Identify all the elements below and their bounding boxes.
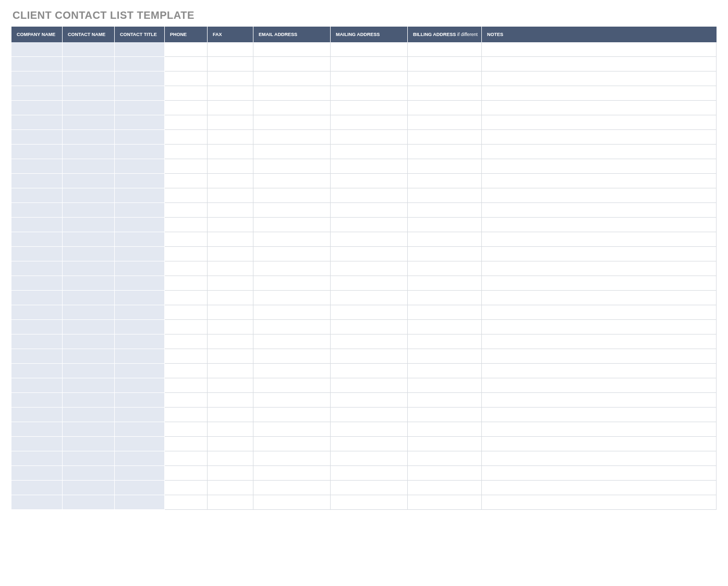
cell-mailing[interactable] <box>331 408 408 422</box>
cell-phone[interactable] <box>165 42 208 57</box>
cell-company[interactable] <box>11 86 63 101</box>
cell-ctitle[interactable] <box>115 364 165 378</box>
cell-mailing[interactable] <box>331 115 408 130</box>
cell-mailing[interactable] <box>331 42 408 57</box>
cell-ctitle[interactable] <box>115 115 165 130</box>
cell-email[interactable] <box>253 115 331 130</box>
cell-email[interactable] <box>253 334 331 349</box>
cell-email[interactable] <box>253 291 331 305</box>
cell-ctitle[interactable] <box>115 145 165 159</box>
cell-phone[interactable] <box>165 334 208 349</box>
cell-email[interactable] <box>253 378 331 393</box>
cell-ctitle[interactable] <box>115 305 165 320</box>
cell-email[interactable] <box>253 101 331 115</box>
cell-fax[interactable] <box>208 393 253 408</box>
cell-mailing[interactable] <box>331 159 408 174</box>
cell-phone[interactable] <box>165 393 208 408</box>
cell-fax[interactable] <box>208 57 253 71</box>
cell-company[interactable] <box>11 276 63 291</box>
cell-contact[interactable] <box>63 349 115 364</box>
cell-ctitle[interactable] <box>115 247 165 261</box>
cell-billing[interactable] <box>408 86 482 101</box>
cell-company[interactable] <box>11 130 63 145</box>
cell-email[interactable] <box>253 451 331 466</box>
cell-notes[interactable] <box>482 203 717 218</box>
cell-ctitle[interactable] <box>115 57 165 71</box>
cell-phone[interactable] <box>165 349 208 364</box>
cell-contact[interactable] <box>63 291 115 305</box>
cell-company[interactable] <box>11 71 63 86</box>
cell-mailing[interactable] <box>331 218 408 232</box>
cell-notes[interactable] <box>482 71 717 86</box>
cell-email[interactable] <box>253 42 331 57</box>
cell-notes[interactable] <box>482 408 717 422</box>
cell-billing[interactable] <box>408 130 482 145</box>
cell-contact[interactable] <box>63 247 115 261</box>
cell-ctitle[interactable] <box>115 261 165 276</box>
cell-notes[interactable] <box>482 57 717 71</box>
cell-notes[interactable] <box>482 422 717 437</box>
cell-billing[interactable] <box>408 378 482 393</box>
cell-company[interactable] <box>11 42 63 57</box>
cell-fax[interactable] <box>208 422 253 437</box>
cell-email[interactable] <box>253 364 331 378</box>
cell-mailing[interactable] <box>331 320 408 334</box>
cell-company[interactable] <box>11 218 63 232</box>
cell-mailing[interactable] <box>331 101 408 115</box>
cell-ctitle[interactable] <box>115 393 165 408</box>
cell-mailing[interactable] <box>331 349 408 364</box>
cell-company[interactable] <box>11 378 63 393</box>
cell-email[interactable] <box>253 203 331 218</box>
cell-notes[interactable] <box>482 291 717 305</box>
cell-fax[interactable] <box>208 218 253 232</box>
cell-notes[interactable] <box>482 115 717 130</box>
cell-notes[interactable] <box>482 130 717 145</box>
cell-fax[interactable] <box>208 86 253 101</box>
cell-mailing[interactable] <box>331 291 408 305</box>
cell-contact[interactable] <box>63 57 115 71</box>
cell-notes[interactable] <box>482 334 717 349</box>
cell-contact[interactable] <box>63 42 115 57</box>
cell-billing[interactable] <box>408 159 482 174</box>
cell-notes[interactable] <box>482 145 717 159</box>
cell-notes[interactable] <box>482 378 717 393</box>
cell-phone[interactable] <box>165 364 208 378</box>
cell-email[interactable] <box>253 305 331 320</box>
cell-billing[interactable] <box>408 437 482 451</box>
cell-email[interactable] <box>253 57 331 71</box>
cell-fax[interactable] <box>208 495 253 510</box>
cell-notes[interactable] <box>482 466 717 481</box>
cell-billing[interactable] <box>408 495 482 510</box>
cell-email[interactable] <box>253 349 331 364</box>
cell-phone[interactable] <box>165 86 208 101</box>
cell-notes[interactable] <box>482 86 717 101</box>
cell-contact[interactable] <box>63 145 115 159</box>
cell-contact[interactable] <box>63 437 115 451</box>
cell-mailing[interactable] <box>331 466 408 481</box>
cell-phone[interactable] <box>165 145 208 159</box>
cell-phone[interactable] <box>165 101 208 115</box>
cell-fax[interactable] <box>208 437 253 451</box>
cell-email[interactable] <box>253 247 331 261</box>
cell-notes[interactable] <box>482 393 717 408</box>
cell-billing[interactable] <box>408 174 482 188</box>
cell-notes[interactable] <box>482 481 717 495</box>
cell-ctitle[interactable] <box>115 232 165 247</box>
cell-contact[interactable] <box>63 378 115 393</box>
cell-ctitle[interactable] <box>115 320 165 334</box>
cell-mailing[interactable] <box>331 451 408 466</box>
cell-mailing[interactable] <box>331 130 408 145</box>
cell-fax[interactable] <box>208 364 253 378</box>
cell-company[interactable] <box>11 481 63 495</box>
cell-billing[interactable] <box>408 57 482 71</box>
cell-phone[interactable] <box>165 261 208 276</box>
cell-email[interactable] <box>253 481 331 495</box>
cell-ctitle[interactable] <box>115 42 165 57</box>
cell-company[interactable] <box>11 422 63 437</box>
cell-ctitle[interactable] <box>115 495 165 510</box>
cell-notes[interactable] <box>482 349 717 364</box>
cell-billing[interactable] <box>408 101 482 115</box>
cell-ctitle[interactable] <box>115 437 165 451</box>
cell-notes[interactable] <box>482 188 717 203</box>
cell-company[interactable] <box>11 437 63 451</box>
